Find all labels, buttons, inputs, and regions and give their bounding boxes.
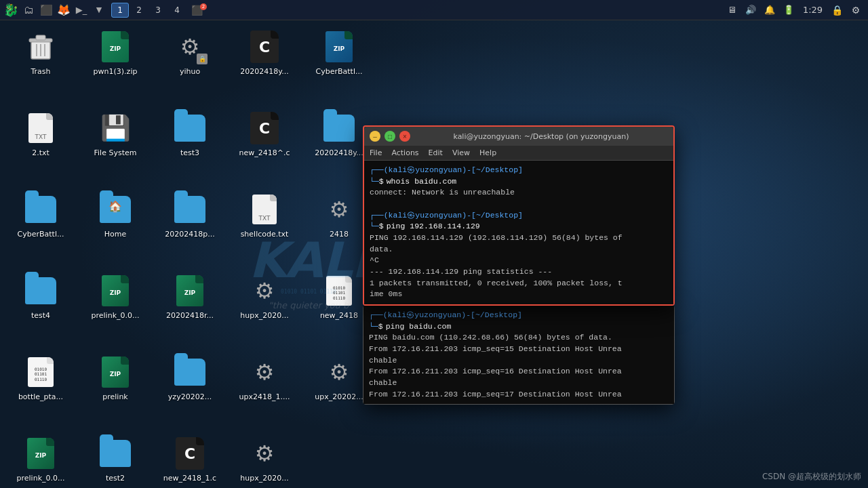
icon-trash-label: Trash — [31, 67, 50, 76]
icon-cyberbattle1[interactable]: ZIP CyberBattl... — [305, 24, 373, 98]
speaker-icon[interactable]: 🔊 — [744, 3, 757, 17]
taskbar-right: 🖥 🔊 🔔 🔋 1:29 🔒 ⚙ — [725, 3, 868, 17]
close-button[interactable]: × — [399, 131, 410, 142]
menu-view[interactable]: View — [452, 148, 470, 157]
cmd-2: └─$ ping 192.168.114.129 — [370, 221, 668, 232]
icon-cyberbattle2[interactable]: CyberBattl... — [7, 186, 75, 261]
icon-20202418r-label: 20202418r... — [166, 311, 214, 320]
c-icon-20202418y1: C — [248, 30, 281, 63]
workspace-2[interactable]: 2 — [130, 3, 148, 18]
icon-pwn1zip-label: pwn1(3).zip — [94, 67, 138, 76]
icon-20202418p[interactable]: 20202418p... — [156, 186, 224, 261]
icon-prelink1[interactable]: ZIP prelink_0.0... — [81, 268, 149, 342]
chrome-icon[interactable]: ⚙ — [849, 3, 863, 17]
bg-cmd-1: └─$ ping baidu.com — [369, 321, 669, 333]
prompt-2: ┌──(kali㉿yuzongyuan)-[~/Desktop] — [370, 210, 668, 222]
zip-icon-20202418r: ZIP — [174, 274, 206, 307]
terminal-titlebar: – □ × kali@yuzongyuan: ~/Desktop (on yuz… — [364, 127, 673, 146]
desktop: 🐉 🗂 ⬛ 🦊 ▶_ ▼ 1 2 3 4 ⬛ 2 🖥 🔊 🔔 🔋 1:29 🔒 — [0, 0, 868, 488]
folder-icon-cyberbattle2 — [24, 193, 57, 226]
icon-filesystem-label: File System — [94, 148, 137, 157]
folder-icon-20202418p — [174, 193, 206, 226]
doc-icon-2txt: TXT — [24, 112, 57, 144]
minimize-button[interactable]: – — [370, 131, 380, 142]
icon-new2418c[interactable]: C new_2418^.c — [231, 105, 298, 180]
icon-20202418r[interactable]: ZIP 20202418r... — [156, 268, 224, 342]
file-manager-icon[interactable]: 🗂 — [20, 2, 37, 18]
icon-test2[interactable]: test2 — [81, 430, 149, 488]
settings-icon-hupx2020: ⚙ — [248, 274, 281, 307]
icon-bottlepta[interactable]: 010100110101110 bottle_pta... — [7, 349, 75, 424]
icon-prelink3-label: prelink_0.0... — [17, 474, 65, 483]
icon-pwn1zip[interactable]: ZIP pwn1(3).zip — [81, 24, 149, 98]
workspace-4[interactable]: 4 — [168, 3, 186, 18]
icon-20202418p-label: 20202418p... — [165, 230, 214, 239]
kali-menu-icon[interactable]: 🐉 — [3, 2, 19, 18]
icon-new2418_1c[interactable]: C new_2418_1.c — [156, 430, 224, 488]
svg-rect-2 — [36, 35, 45, 40]
menu-file[interactable]: File — [370, 148, 382, 157]
notification-badge: 2 — [200, 3, 207, 10]
taskbar: 🐉 🗂 ⬛ 🦊 ▶_ ▼ 1 2 3 4 ⬛ 2 🖥 🔊 🔔 🔋 1:29 🔒 — [0, 0, 868, 20]
terminal-icon[interactable]: ⬛ — [38, 2, 54, 18]
icon-test3[interactable]: test3 — [156, 105, 224, 180]
menu-actions[interactable]: Actions — [391, 148, 418, 157]
icon-upx24181[interactable]: ⚙ upx2418_1.... — [231, 349, 298, 424]
icon-test2-label: test2 — [106, 474, 125, 483]
folder-icon-20202418y2 — [323, 112, 355, 144]
workspace-1[interactable]: 1 — [111, 3, 129, 18]
zip-icon-pwn1: ZIP — [99, 30, 132, 63]
bg-output-1: PING baidu.com (110.242.68.66) 56(84) by… — [369, 332, 669, 400]
icon-prelink2[interactable]: ZIP prelink — [81, 349, 149, 424]
bin-icon-bottlepta: 010100110101110 — [24, 356, 57, 388]
folder-icon-test4 — [24, 274, 57, 307]
firefox-icon[interactable]: 🦊 — [56, 2, 72, 18]
icon-new2418c-label: new_2418^.c — [239, 148, 290, 157]
shell-icon[interactable]: ▶_ — [73, 2, 90, 18]
bell-icon[interactable]: 🔔 — [763, 3, 776, 17]
settings-icon-upx20202: ⚙ — [323, 356, 355, 388]
c-icon-new2418_1c: C — [174, 437, 206, 470]
doc-icon-shellcode: TXT — [248, 193, 281, 226]
workspace-switcher: 1 2 3 4 ⬛ 2 — [111, 3, 208, 18]
settings-icon-hupx20202: ⚙ — [248, 437, 281, 470]
output-2: PING 192.168.114.129 (192.168.114.129) 5… — [370, 232, 668, 300]
battery-icon[interactable]: 🔋 — [782, 3, 795, 17]
icon-yihuo-label: yihuo — [180, 67, 200, 76]
dropdown-icon[interactable]: ▼ — [91, 2, 107, 18]
lock-icon[interactable]: 🔒 — [830, 3, 844, 17]
icon-prelink3[interactable]: ZIP prelink_0.0... — [7, 430, 75, 488]
icon-hupx2020[interactable]: ⚙ hupx_2020... — [231, 268, 298, 342]
desktop-icons-grid: Trash ZIP pwn1(3).zip ⚙ 🔒 yihuo C — [7, 24, 380, 488]
icon-20202418y2-label: 20202418y... — [315, 148, 363, 157]
terminal-background[interactable]: ┌──(kali㉿yuzongyuan)-[~/Desktop] └─$ pin… — [363, 305, 675, 405]
monitor-icon[interactable]: 🖥 — [725, 3, 738, 17]
icon-2418-label: 2418 — [330, 230, 349, 239]
icon-20202418y1[interactable]: C 20202418y... — [231, 24, 298, 98]
terminal-menubar: File Actions Edit View Help — [364, 146, 673, 161]
icon-test4[interactable]: test4 — [7, 268, 75, 342]
icon-hupx20202[interactable]: ⚙ hupx_2020... — [231, 430, 298, 488]
icon-yzy20202[interactable]: yzy20202... — [156, 349, 224, 424]
workspace-3[interactable]: 3 — [149, 3, 167, 18]
terminal-main[interactable]: – □ × kali@yuzongyuan: ~/Desktop (on yuz… — [363, 125, 675, 306]
prompt-1: ┌──(kali㉿yuzongyuan)-[~/Desktop] — [370, 165, 668, 176]
trash-icon — [24, 30, 57, 63]
icon-cyberbattle1-label: CyberBattl... — [316, 67, 363, 76]
icon-prelink2-label: prelink — [102, 392, 128, 401]
icon-yihuo[interactable]: ⚙ 🔒 yihuo — [156, 24, 224, 98]
icon-home[interactable]: 🏠 Home — [81, 186, 149, 261]
menu-help[interactable]: Help — [479, 148, 496, 157]
icon-hupx20202-label: hupx_2020... — [240, 474, 288, 483]
terminal-body[interactable]: ┌──(kali㉿yuzongyuan)-[~/Desktop] └─$ who… — [364, 161, 673, 304]
workspace-notification[interactable]: ⬛ 2 — [187, 3, 208, 18]
icon-hupx2020-label: hupx_2020... — [240, 311, 288, 320]
maximize-button[interactable]: □ — [384, 131, 395, 142]
icon-2txt-label: 2.txt — [32, 148, 50, 157]
icon-filesystem[interactable]: 💾 File System — [81, 105, 149, 180]
icon-2txt[interactable]: TXT 2.txt — [7, 105, 75, 180]
menu-edit[interactable]: Edit — [429, 148, 443, 157]
bin-icon-new2418: 010100110101110 — [323, 274, 355, 307]
icon-shellcode[interactable]: TXT shellcode.txt — [231, 186, 298, 261]
icon-trash[interactable]: Trash — [7, 24, 75, 98]
